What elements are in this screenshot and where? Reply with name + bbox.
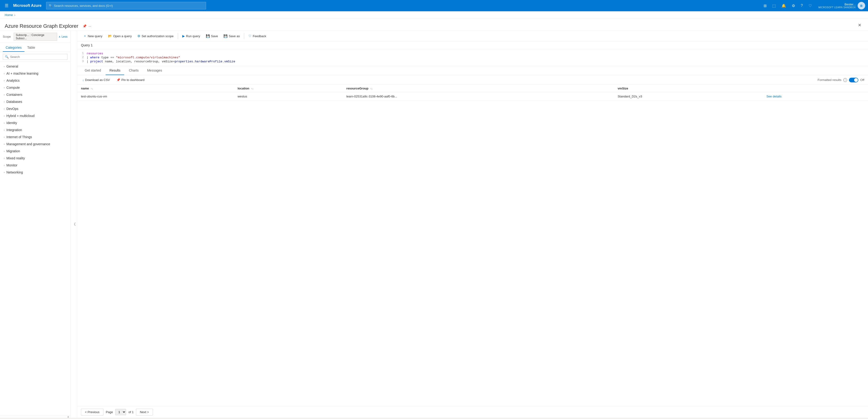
close-button[interactable]: ✕ [856, 22, 863, 29]
new-query-button[interactable]: ＋ New query [81, 33, 105, 39]
feedback-icon[interactable]: ♡ [807, 3, 814, 9]
sidebar-search-input[interactable] [10, 55, 65, 59]
save-as-button[interactable]: 💾 Save as [221, 33, 242, 39]
user-profile[interactable]: Bester... MICROSOFT LEARN SANDBOX B [816, 2, 865, 9]
col-vmsize[interactable]: vmSize [614, 85, 763, 92]
category-analytics[interactable]: › Analytics [0, 77, 70, 84]
col-location[interactable]: location ↑↓ [234, 85, 342, 92]
download-icon: ↓ [82, 78, 84, 82]
global-search-input[interactable] [54, 4, 204, 7]
sidebar-tab-categories[interactable]: Categories [3, 44, 25, 52]
category-hybrid[interactable]: › Hybrid + multicloud [0, 112, 70, 119]
category-databases[interactable]: › Databases [0, 98, 70, 105]
category-integration[interactable]: › Integration [0, 126, 70, 133]
notifications-icon[interactable]: 🔔 [780, 3, 788, 9]
sidebar-scroll-bar[interactable] [0, 416, 70, 418]
search-icon: 🔍 [49, 4, 53, 7]
feedback-icon: ♡ [248, 34, 251, 38]
category-iot[interactable]: › Internet of Things [0, 133, 70, 141]
category-general[interactable]: › General [0, 63, 70, 70]
cloud-shell-icon[interactable]: ⊞ [762, 3, 769, 9]
chevron-icon: › [4, 93, 4, 96]
pin-dashboard-button[interactable]: 📌 Pin to dashboard [115, 77, 146, 83]
cell-resource-group: learn-02531a9c-3108-4e90-aaf0-6b... [342, 92, 614, 101]
run-query-button[interactable]: ▶ Run query [180, 33, 203, 39]
chevron-icon: › [4, 72, 4, 75]
collapse-icon: 《 [72, 222, 76, 227]
open-query-button[interactable]: 📂 Open a query [105, 33, 134, 39]
sort-icon: ↑↓ [91, 87, 93, 90]
save-icon: 💾 [206, 34, 210, 38]
toggle-switch[interactable] [849, 78, 858, 82]
top-navigation: ☰ Microsoft Azure 🔍 ⊞ ⬚ 🔔 ⚙ ? ♡ Bester..… [0, 0, 868, 11]
help-icon[interactable]: ? [799, 3, 805, 9]
category-management[interactable]: › Management and governance [0, 141, 70, 148]
category-migration[interactable]: › Migration [0, 148, 70, 155]
tab-results[interactable]: Results [105, 66, 124, 75]
less-button[interactable]: ∧ Less [59, 35, 67, 38]
settings-icon[interactable]: ⚙ [790, 3, 797, 9]
cell-see-details[interactable]: See details [763, 92, 868, 101]
chevron-icon: › [4, 79, 4, 82]
sidebar-collapse-button[interactable]: 《 [70, 31, 77, 418]
nav-icon-group: ⊞ ⬚ 🔔 ⚙ ? ♡ Bester... MICROSOFT LEARN SA… [762, 2, 865, 9]
toolbar-divider-2 [244, 33, 244, 39]
sidebar-search-wrap[interactable]: 🔍 [3, 54, 67, 60]
pin-icon[interactable]: 📌 [83, 24, 87, 28]
tab-get-started[interactable]: Get started [81, 66, 105, 75]
save-button[interactable]: 💾 Save [204, 33, 220, 39]
code-editor[interactable]: 1 resources 2 | where type == "microsoft… [77, 49, 868, 66]
feedback-button[interactable]: ♡ Feedback [246, 33, 269, 39]
category-compute[interactable]: › Compute [0, 84, 70, 91]
scope-label: Scope [3, 35, 11, 38]
col-actions [763, 85, 868, 92]
page-select[interactable]: 1 [115, 409, 126, 415]
page-title: Azure Resource Graph Explorer [5, 23, 78, 29]
category-identity[interactable]: › Identity [0, 119, 70, 126]
page-header: Azure Resource Graph Explorer 📌 ··· ✕ [0, 19, 868, 31]
col-name[interactable]: name ↑↓ [77, 85, 234, 92]
directory-icon[interactable]: ⬚ [770, 3, 778, 9]
pagination: < Previous Page 1 of 1 Next > [77, 406, 868, 418]
chevron-icon: › [4, 164, 4, 167]
line-number: 1 [77, 52, 87, 55]
chevron-icon: › [4, 136, 4, 139]
tab-charts[interactable]: Charts [125, 66, 142, 75]
more-options-icon[interactable]: ··· [88, 24, 91, 28]
gear-icon: ⚙ [137, 34, 141, 38]
sidebar-tab-table[interactable]: Table [25, 44, 38, 52]
category-devops[interactable]: › DevOps [0, 105, 70, 112]
category-mixed-reality[interactable]: › Mixed reality [0, 155, 70, 162]
results-table-wrap: name ↑↓ location ↑↓ resourceGroup ↑↓ [77, 85, 868, 406]
cell-name: test-ubuntu-cus-vm [77, 92, 234, 101]
download-csv-button[interactable]: ↓ Download as CSV [81, 77, 111, 83]
set-auth-button[interactable]: ⚙ Set authorization scope [135, 33, 176, 39]
plus-icon: ＋ [83, 34, 87, 38]
category-networking[interactable]: › Networking [0, 169, 70, 176]
breadcrumb-home[interactable]: Home [5, 13, 13, 17]
next-button[interactable]: Next > [136, 409, 153, 416]
pin-icon: 📌 [117, 78, 120, 82]
global-search-bar[interactable]: 🔍 [46, 2, 206, 9]
query-title: Query 1 [77, 41, 868, 49]
categories-list: › General › AI + machine learning › Anal… [0, 62, 70, 416]
chevron-icon: › [4, 65, 4, 68]
chevron-icon: › [4, 86, 4, 89]
hamburger-menu[interactable]: ☰ [3, 2, 10, 9]
page-label: Page [106, 410, 113, 414]
category-monitor[interactable]: › Monitor [0, 162, 70, 169]
scope-badge[interactable]: Subscrip... : Concierge Subscr... [13, 33, 57, 41]
info-icon[interactable]: i [843, 78, 847, 82]
chevron-icon: › [4, 157, 4, 159]
see-details-link[interactable]: See details [766, 95, 781, 98]
tab-messages[interactable]: Messages [143, 66, 166, 75]
col-resource-group[interactable]: resourceGroup ↑↓ [342, 85, 614, 92]
previous-button[interactable]: < Previous [81, 409, 103, 416]
category-containers[interactable]: › Containers [0, 91, 70, 98]
sort-icon: ↑↓ [251, 87, 253, 90]
category-ai-ml[interactable]: › AI + machine learning [0, 70, 70, 77]
cell-location: westus [234, 92, 342, 101]
sidebar: Scope Subscrip... : Concierge Subscr... … [0, 31, 70, 418]
status-bar: ✔ Results: 1 (Duration: 00:00.202) [0, 418, 868, 419]
chevron-icon: › [4, 150, 4, 153]
